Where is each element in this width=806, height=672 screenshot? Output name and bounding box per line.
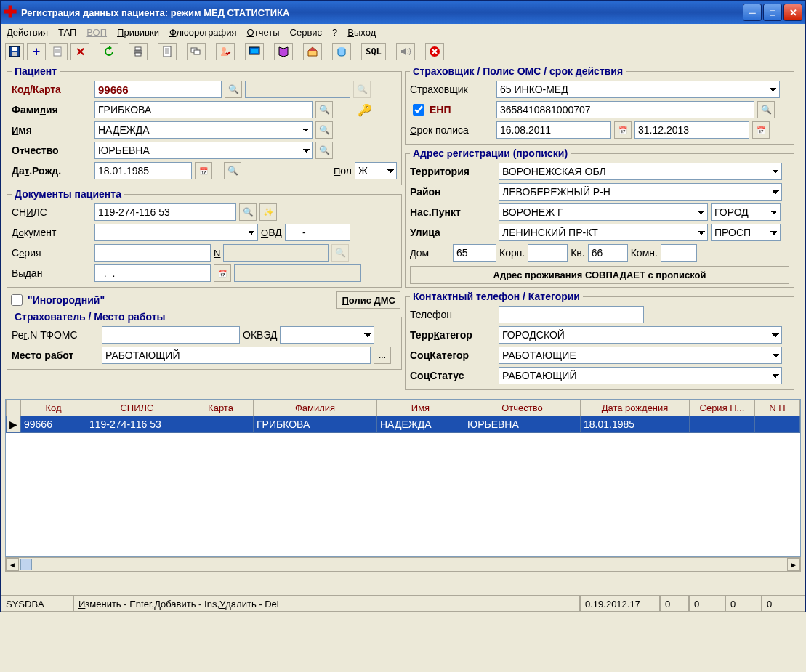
soccat-label: СоцКатегор: [410, 349, 496, 361]
dob-lookup-icon[interactable]: 🔍: [224, 162, 241, 179]
table-row[interactable]: ▶ 99666 119-274-116 53 ГРИБКОВА НАДЕЖДА …: [7, 416, 800, 433]
district-input[interactable]: ЛЕВОБЕРЕЖНЫЙ Р-Н: [499, 183, 782, 201]
phone-input[interactable]: [499, 306, 644, 323]
menu-fluoro[interactable]: Флюорография: [169, 27, 237, 38]
col-snils[interactable]: СНИЛС: [86, 400, 188, 416]
name-input[interactable]: НАДЕЖДА: [94, 121, 313, 139]
db-icon[interactable]: [332, 43, 351, 60]
korp-input[interactable]: [528, 244, 568, 262]
surname-lookup-icon[interactable]: 🔍: [315, 101, 333, 118]
settlement-input[interactable]: ВОРОНЕЖ Г: [499, 203, 708, 221]
scroll-right-icon[interactable]: ►: [787, 558, 800, 571]
doc-input[interactable]: [94, 224, 258, 241]
cards-icon[interactable]: [187, 43, 206, 60]
term-to-calendar-icon[interactable]: 📅: [752, 121, 770, 139]
code-input[interactable]: [94, 81, 222, 98]
home-icon[interactable]: [303, 43, 322, 60]
sound-icon[interactable]: [396, 43, 415, 60]
menu-reports[interactable]: Отчеты: [247, 27, 280, 38]
room-input[interactable]: [661, 244, 697, 262]
snils-action-icon[interactable]: ✨: [259, 203, 277, 221]
menu-vaccines[interactable]: Прививки: [117, 27, 159, 38]
issued-by-input[interactable]: [234, 264, 361, 282]
screen-icon[interactable]: [245, 43, 264, 60]
insurer-input[interactable]: 65 ИНКО-МЕД: [496, 81, 780, 98]
stop-icon[interactable]: [425, 43, 444, 60]
territory-input[interactable]: ВОРОНЕЖСКАЯ ОБЛ: [499, 163, 782, 180]
print-icon[interactable]: [129, 43, 148, 60]
surname-input[interactable]: [94, 101, 313, 118]
terrcat-input[interactable]: ГОРОДСКОЙ: [499, 326, 782, 344]
scroll-left-icon[interactable]: ◄: [6, 558, 19, 571]
menu-tap[interactable]: ТАП: [58, 27, 76, 38]
card-input[interactable]: [245, 81, 350, 98]
enp-checkbox[interactable]: [413, 104, 424, 116]
minimize-button[interactable]: ─: [743, 4, 762, 21]
place-browse-button[interactable]: ...: [374, 347, 391, 364]
maximize-button[interactable]: □: [763, 4, 782, 21]
code-lookup-icon[interactable]: 🔍: [225, 81, 242, 98]
regn-input[interactable]: [102, 326, 240, 344]
n-input[interactable]: [223, 244, 329, 262]
soccat-input[interactable]: РАБОТАЮЩИЕ: [499, 347, 782, 364]
series-input[interactable]: [94, 244, 211, 262]
book-icon[interactable]: [274, 43, 293, 60]
horizontal-scrollbar[interactable]: ◄ ►: [5, 557, 801, 572]
col-n[interactable]: N П: [755, 400, 800, 416]
house-input[interactable]: [453, 244, 496, 262]
enp-lookup-icon[interactable]: 🔍: [757, 101, 775, 118]
enp-input[interactable]: [496, 101, 754, 118]
menu-actions[interactable]: Действия: [7, 27, 48, 38]
nonresident-checkbox[interactable]: [11, 294, 23, 306]
ovd-input[interactable]: [285, 224, 350, 241]
col-series[interactable]: Серия П...: [690, 400, 755, 416]
col-name[interactable]: Имя: [377, 400, 464, 416]
window-title: Регистрация данных пациента: режим МЕД С…: [21, 7, 741, 18]
issued-calendar-icon[interactable]: 📅: [214, 264, 231, 282]
patients-grid[interactable]: Код СНИЛС Карта Фамилия Имя Отчество Дат…: [5, 399, 801, 557]
name-lookup-icon[interactable]: 🔍: [315, 121, 333, 139]
patronymic-input[interactable]: ЮРЬЕВНА: [94, 142, 313, 159]
add-icon[interactable]: +: [27, 43, 46, 60]
menu-service[interactable]: Сервис: [290, 27, 323, 38]
col-code[interactable]: Код: [21, 400, 86, 416]
regn-label: Рег.N ТФОМС: [12, 329, 99, 341]
settlement-type-input[interactable]: ГОРОД: [711, 203, 781, 221]
place-input[interactable]: [102, 347, 371, 364]
doc-icon[interactable]: [158, 43, 177, 60]
person-check-icon[interactable]: [216, 43, 235, 60]
street-type-input[interactable]: ПРОСП: [711, 224, 781, 241]
calendar-icon[interactable]: 📅: [195, 162, 212, 179]
term-to-input[interactable]: [634, 121, 749, 139]
snils-lookup-icon[interactable]: 🔍: [239, 203, 257, 221]
save-icon[interactable]: [5, 43, 24, 60]
sql-button[interactable]: SQL: [361, 43, 386, 60]
menu-help[interactable]: ?: [332, 27, 337, 38]
address-match-button[interactable]: Адрес проживания СОВПАДАЕТ с пропиской: [410, 266, 789, 284]
snils-input[interactable]: [94, 203, 236, 221]
okved-input[interactable]: [280, 326, 374, 344]
sex-input[interactable]: Ж: [355, 162, 397, 179]
polis-dms-button[interactable]: Полис ДМС: [336, 291, 400, 309]
dob-input[interactable]: [94, 162, 192, 179]
key-icon[interactable]: 🔑: [356, 101, 374, 118]
settlement-label: Нас.Пункт: [410, 206, 496, 218]
term-from-input[interactable]: [496, 121, 611, 139]
col-card[interactable]: Карта: [188, 400, 254, 416]
term-label: Срок полиса: [410, 124, 493, 136]
flat-input[interactable]: [588, 244, 628, 262]
col-dob[interactable]: Дата рождения: [581, 400, 690, 416]
issued-date-input[interactable]: [94, 264, 211, 282]
col-surname[interactable]: Фамилия: [254, 400, 377, 416]
street-input[interactable]: ЛЕНИНСКИЙ ПР-КТ: [499, 224, 708, 241]
term-from-calendar-icon[interactable]: 📅: [614, 121, 632, 139]
menu-exit[interactable]: Выход: [347, 27, 376, 38]
close-button[interactable]: ✕: [783, 4, 802, 21]
col-patronymic[interactable]: Отчество: [464, 400, 581, 416]
patronymic-lookup-icon[interactable]: 🔍: [315, 142, 333, 159]
delete-icon[interactable]: ✕: [70, 43, 89, 60]
scroll-thumb[interactable]: [20, 559, 32, 570]
socstat-input[interactable]: РАБОТАЮЩИЙ: [499, 367, 782, 384]
edit-icon[interactable]: [49, 43, 68, 60]
refresh-icon[interactable]: [100, 43, 118, 60]
